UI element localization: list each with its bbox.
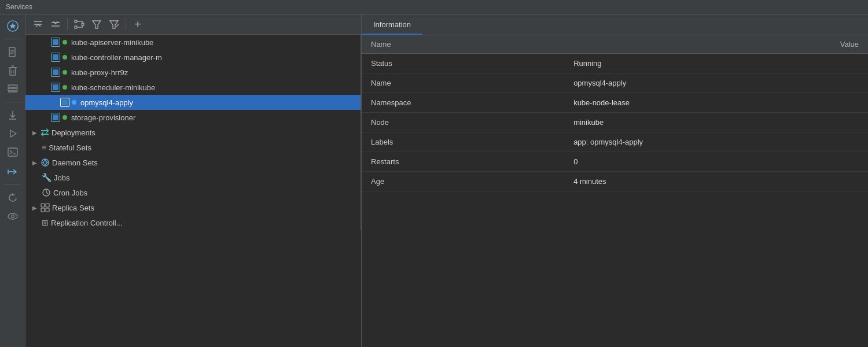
row-name: Node	[362, 113, 564, 132]
toolbar-sep1	[67, 19, 68, 30]
svg-point-21	[11, 215, 14, 218]
svg-point-37	[43, 161, 47, 164]
svg-marker-15	[10, 130, 16, 137]
expand-all-button[interactable]	[47, 17, 64, 32]
sidebar-icon-delete[interactable]	[3, 62, 22, 79]
sidebar-icon-kubernetes[interactable]	[3, 18, 22, 34]
expand-icon[interactable]: ▶	[30, 203, 39, 212]
sidebar-icon-refresh[interactable]	[3, 190, 22, 206]
tree-item-label: Daemon Sets	[52, 158, 98, 167]
jobs-icon: 🔧	[42, 173, 52, 182]
row-name: Namespace	[362, 93, 564, 113]
tree-item-label: Replication Controll...	[51, 219, 123, 227]
collapse-all-button[interactable]	[30, 17, 46, 32]
sidebar-icon-list[interactable]	[3, 81, 22, 97]
row-name: Restarts	[362, 152, 564, 172]
filter-active-button[interactable]	[106, 17, 122, 32]
table-row: Age 4 minutes	[362, 172, 868, 191]
sidebar-icon-eye[interactable]	[3, 208, 22, 224]
toolbar-sep2	[126, 19, 126, 30]
icon-sidebar	[0, 14, 25, 347]
tree-item-kube-scheduler[interactable]: ▶ kube-scheduler-minikube	[25, 80, 361, 95]
svg-point-20	[8, 213, 17, 219]
svg-rect-26	[75, 20, 77, 23]
svg-marker-33	[93, 21, 101, 28]
row-name: Name	[362, 73, 564, 93]
sidebar-icon-file[interactable]	[3, 44, 22, 60]
tab-information[interactable]: Information	[362, 14, 422, 35]
filter-button[interactable]	[89, 17, 105, 32]
tree-item-opmysql4-apply[interactable]: ▶ opmysql4-apply	[25, 95, 361, 110]
app-title: Services	[6, 3, 32, 11]
tree-item-label: Stateful Sets	[49, 143, 91, 152]
pod-icon	[60, 98, 69, 107]
tree-item-kube-proxy[interactable]: ▶ kube-proxy-hrr9z	[25, 65, 361, 80]
svg-rect-46	[46, 204, 49, 207]
status-dot-green	[62, 85, 67, 90]
tree-item-label: Replica Sets	[52, 204, 94, 212]
status-dot-green	[62, 40, 67, 45]
tree-item-label: Deployments	[52, 128, 95, 137]
title-bar: Services	[0, 0, 868, 14]
tree-item-storage-provisioner[interactable]: ▶ storage-provisioner	[25, 110, 361, 125]
svg-rect-11	[8, 88, 17, 91]
svg-line-44	[46, 193, 48, 194]
expand-icon[interactable]: ▶	[30, 158, 39, 167]
info-table: Name Value Status Running Name opmysql4-…	[362, 35, 868, 347]
row-value: minikube	[564, 113, 868, 132]
tree-item-label: kube-controller-manager-m	[71, 53, 162, 62]
pod-icon	[51, 53, 60, 62]
left-panel: + ▶ kube-apiserver-minikube ▶ kube-contr	[25, 14, 362, 347]
info-data-table: Name Value Status Running Name opmysql4-…	[362, 35, 868, 191]
pod-icon	[51, 83, 60, 92]
toolbar: +	[25, 14, 361, 35]
svg-rect-45	[41, 204, 45, 207]
tree-view-button[interactable]	[71, 17, 87, 32]
status-dot-blue	[72, 100, 76, 105]
row-name: Status	[362, 54, 564, 73]
sidebar-icon-download[interactable]	[3, 107, 22, 123]
add-button[interactable]: +	[130, 17, 146, 32]
svg-rect-48	[46, 208, 49, 212]
tree-item-jobs[interactable]: ▶ 🔧 Jobs	[25, 170, 361, 185]
tree-item-deployments[interactable]: ▶ ⇄ Deployments	[25, 125, 361, 140]
tree-item-replica-sets[interactable]: ▶ Replica Sets	[25, 200, 361, 215]
tree-item-daemon-sets[interactable]: ▶ Daemon Sets	[25, 155, 361, 170]
info-panel: Information Name Value Status Running Na…	[362, 14, 868, 347]
tree-panel: ▶ kube-apiserver-minikube ▶ kube-control…	[25, 35, 361, 230]
statefulsets-icon: ≡	[42, 143, 46, 152]
table-row: Node minikube	[362, 113, 868, 132]
tree-item-label: kube-apiserver-minikube	[71, 38, 153, 47]
tree-item-replication-controllers[interactable]: ▶ ⊞ Replication Controll...	[25, 215, 361, 230]
row-value: 0	[564, 152, 868, 172]
tree-item-stateful-sets[interactable]: ▶ ≡ Stateful Sets	[25, 140, 361, 155]
daemonsets-icon	[41, 158, 50, 167]
row-value: app: opmysql4-apply	[564, 132, 868, 152]
sidebar-icon-forward[interactable]	[3, 164, 22, 180]
sidebar-icon-terminal[interactable]	[3, 144, 22, 160]
table-row: Name opmysql4-apply	[362, 73, 868, 93]
table-row: Status Running	[362, 54, 868, 73]
sidebar-icon-play[interactable]	[3, 125, 22, 142]
row-name: Age	[362, 172, 564, 191]
tree-item-label: Cron Jobs	[53, 189, 87, 197]
sidebar-sep2	[5, 102, 21, 102]
row-value: 4 minutes	[564, 172, 868, 191]
tree-item-cron-jobs[interactable]: ▶ Cron Jobs	[25, 185, 361, 200]
svg-rect-10	[8, 85, 17, 87]
sidebar-sep1	[5, 39, 21, 39]
tree-item-kube-apiserver[interactable]: ▶ kube-apiserver-minikube	[25, 35, 361, 50]
table-row: Restarts 0	[362, 152, 868, 172]
row-name: Labels	[362, 132, 564, 152]
col-header-name: Name	[362, 35, 564, 54]
expand-icon[interactable]: ▶	[30, 128, 39, 137]
row-value: kube-node-lease	[564, 93, 868, 113]
table-row: Labels app: opmysql4-apply	[362, 132, 868, 152]
row-value: opmysql4-apply	[564, 73, 868, 93]
tree-item-label: kube-scheduler-minikube	[71, 83, 155, 92]
status-dot-green	[62, 115, 67, 120]
svg-rect-47	[41, 208, 45, 212]
pod-icon	[51, 68, 60, 77]
status-dot-green	[62, 70, 67, 75]
tree-item-kube-controller[interactable]: ▶ kube-controller-manager-m	[25, 50, 361, 65]
